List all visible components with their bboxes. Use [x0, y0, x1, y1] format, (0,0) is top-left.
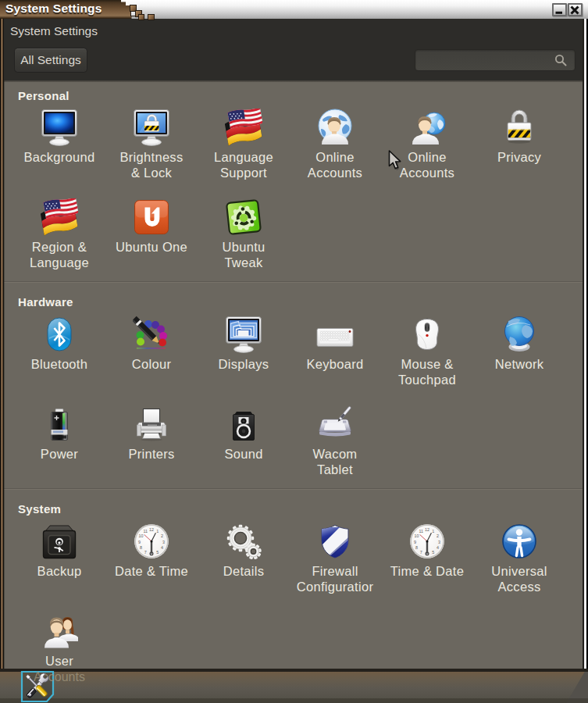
svg-text:10: 10 [415, 533, 419, 538]
svg-text:11: 11 [419, 529, 423, 533]
svg-text:4: 4 [161, 545, 163, 550]
svg-text:7: 7 [144, 550, 147, 555]
svg-text:4: 4 [437, 545, 439, 550]
svg-text:8: 8 [415, 545, 418, 550]
svg-text:3: 3 [162, 540, 165, 544]
svg-text:12: 12 [425, 527, 429, 532]
svg-text:5: 5 [432, 550, 434, 555]
svg-text:2: 2 [437, 533, 439, 538]
svg-text:9: 9 [414, 540, 416, 544]
svg-text:2: 2 [161, 533, 163, 538]
svg-text:10: 10 [139, 533, 144, 538]
svg-text:9: 9 [138, 540, 141, 544]
svg-text:5: 5 [156, 550, 159, 555]
svg-text:12: 12 [149, 527, 154, 532]
svg-text:1: 1 [156, 529, 159, 533]
svg-text:8: 8 [140, 545, 142, 550]
svg-text:11: 11 [143, 529, 148, 533]
svg-text:7: 7 [420, 550, 422, 555]
svg-text:1: 1 [432, 529, 434, 533]
svg-text:3: 3 [438, 540, 440, 544]
